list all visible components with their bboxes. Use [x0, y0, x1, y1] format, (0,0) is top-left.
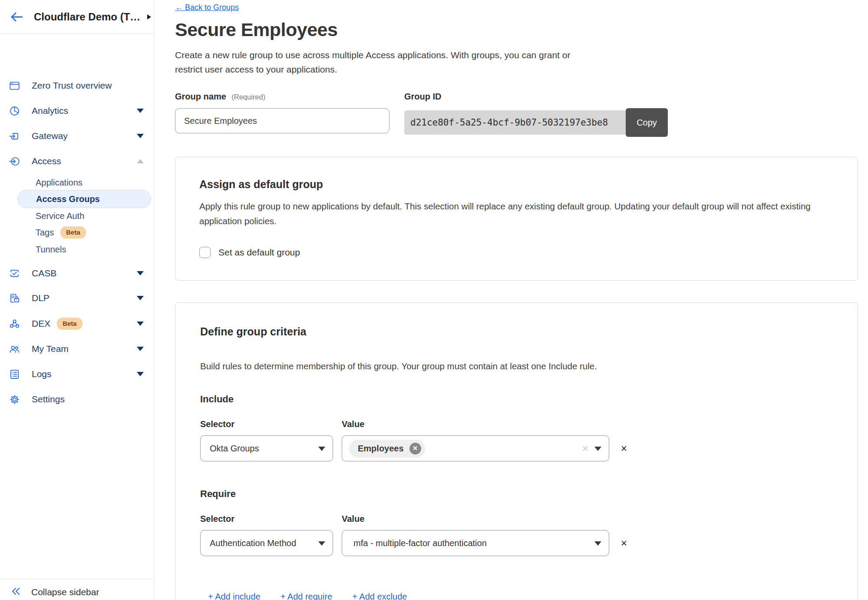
require-heading: Require — [200, 488, 833, 500]
back-arrow-icon[interactable] — [9, 11, 23, 23]
dropdown-caret-icon — [594, 447, 601, 451]
sidebar-item-dex[interactable]: DEX Beta — [0, 314, 154, 333]
sidebar-item-zero-trust-overview[interactable]: Zero Trust overview — [0, 76, 154, 95]
chevron-down-icon[interactable] — [137, 109, 144, 113]
required-label: (Required) — [231, 93, 265, 101]
group-name-input[interactable] — [175, 108, 389, 133]
default-card-title: Assign as default group — [199, 178, 834, 191]
dex-cluster-icon — [9, 318, 20, 330]
team-people-icon — [9, 343, 20, 355]
sidebar-item-label: DLP — [32, 293, 50, 303]
sidebar-item-settings[interactable]: Settings — [0, 390, 154, 409]
require-selector-dropdown[interactable]: Authentication Method — [200, 530, 333, 556]
chevron-down-icon[interactable] — [137, 296, 144, 300]
include-value-multiselect[interactable]: Employees ✕ ✕ — [342, 435, 609, 461]
group-id-label: Group ID — [404, 92, 442, 101]
sidebar-item-tunnels[interactable]: Tunnels — [17, 240, 151, 259]
default-card-description: Apply this rule group to new application… — [199, 199, 834, 229]
sidebar-item-label: My Team — [32, 344, 69, 354]
criteria-card: Define group criteria Build rules to det… — [175, 302, 858, 600]
sidebar-nav: Zero Trust overview Analytics Gateway Ac… — [0, 34, 154, 579]
beta-badge: Beta — [57, 318, 83, 330]
chip-remove-icon[interactable]: ✕ — [409, 443, 421, 454]
value-chip: Employees ✕ — [349, 440, 425, 457]
logs-list-icon — [9, 368, 20, 380]
copy-button[interactable]: Copy — [626, 108, 668, 137]
collapse-sidebar-label: Collapse sidebar — [31, 587, 99, 597]
include-selector-label: Selector — [200, 419, 333, 429]
back-to-groups-link[interactable]: ← Back to Groups — [175, 3, 239, 12]
account-header: Cloudflare Demo (T… — [0, 0, 154, 34]
gear-icon — [9, 394, 20, 405]
sidebar-item-gateway[interactable]: Gateway — [0, 126, 154, 146]
sidebar-item-label: Gateway — [32, 131, 68, 141]
main-content: ← Back to Groups Secure Employees Create… — [154, 0, 868, 600]
add-require-link[interactable]: + Add require — [281, 592, 333, 600]
sidebar-item-label: CASB — [32, 268, 56, 278]
criteria-card-description: Build rules to determine membership of t… — [200, 359, 833, 374]
include-rule-row: Okta Groups Employees ✕ ✕ ✕ — [200, 435, 833, 461]
default-group-checkbox-label: Set as default group — [218, 247, 300, 258]
chevron-down-icon[interactable] — [137, 134, 144, 138]
sidebar-item-service-auth[interactable]: Service Auth — [17, 207, 151, 225]
add-rule-links: + Add include + Add require + Add exclud… — [208, 592, 833, 600]
analytics-pie-icon — [9, 105, 20, 117]
beta-badge: Beta — [60, 226, 86, 239]
chevron-up-icon[interactable] — [137, 159, 144, 163]
group-id-value: d21ce80f-5a25-4bcf-9b07-5032197e3be8 — [404, 110, 627, 135]
casb-icon — [9, 268, 20, 279]
default-group-card: Assign as default group Apply this rule … — [175, 157, 858, 281]
chevron-down-icon[interactable] — [137, 372, 144, 376]
page-title: Secure Employees — [175, 19, 858, 40]
sidebar-item-analytics[interactable]: Analytics — [0, 101, 154, 120]
dropdown-caret-icon — [594, 541, 601, 546]
group-form-row: Group name (Required) Group ID d21ce80f-… — [175, 92, 858, 137]
dropdown-caret-icon — [318, 447, 325, 451]
sidebar-item-label: Settings — [32, 394, 65, 404]
sidebar-item-my-team[interactable]: My Team — [0, 339, 154, 358]
chevron-right-icon[interactable] — [147, 14, 151, 20]
criteria-card-title: Define group criteria — [200, 325, 833, 338]
add-exclude-link[interactable]: + Add exclude — [352, 592, 407, 600]
remove-require-rule-icon[interactable]: ✕ — [620, 538, 627, 548]
group-name-label: Group name — [175, 92, 226, 101]
sidebar-item-dlp[interactable]: DLP — [0, 288, 154, 308]
clear-values-icon[interactable]: ✕ — [582, 444, 589, 454]
sidebar-item-logs[interactable]: Logs — [0, 365, 154, 384]
require-rule-row: Authentication Method mfa - multiple-fac… — [200, 530, 833, 556]
add-include-link[interactable]: + Add include — [208, 592, 261, 600]
collapse-sidebar-button[interactable]: Collapse sidebar — [0, 579, 154, 600]
default-group-checkbox[interactable] — [199, 247, 211, 258]
account-name: Cloudflare Demo (T… — [34, 11, 140, 23]
chevron-down-icon[interactable] — [137, 322, 144, 326]
chevron-down-icon[interactable] — [137, 271, 144, 275]
sidebar-item-label: Access — [32, 156, 61, 166]
dropdown-caret-icon — [318, 541, 325, 546]
include-selector-dropdown[interactable]: Okta Groups — [200, 435, 333, 461]
access-icon — [9, 156, 20, 167]
sidebar-item-access-groups[interactable]: Access Groups — [17, 190, 151, 208]
collapse-chevrons-icon — [10, 586, 21, 598]
require-value-label: Value — [342, 514, 609, 524]
sidebar-item-tags[interactable]: Tags Beta — [17, 223, 151, 242]
require-selector-label: Selector — [200, 514, 333, 524]
sidebar-item-access[interactable]: Access — [0, 152, 154, 171]
sidebar-item-label: Analytics — [32, 106, 68, 116]
page-description: Create a new rule group to use across mu… — [175, 48, 596, 76]
sidebar-item-label: DEX — [32, 318, 50, 329]
sidebar-item-label: Zero Trust overview — [32, 80, 112, 91]
gateway-icon — [9, 130, 20, 142]
include-value-label: Value — [342, 419, 609, 429]
sidebar-item-casb[interactable]: CASB — [0, 264, 154, 283]
sidebar-item-applications[interactable]: Applications — [17, 173, 151, 192]
set-default-group-row: Set as default group — [199, 247, 834, 258]
chevron-down-icon[interactable] — [137, 347, 144, 351]
sidebar-item-label: Logs — [32, 369, 52, 379]
require-value-dropdown[interactable]: mfa - multiple-factor authentication — [342, 530, 609, 556]
include-heading: Include — [200, 394, 833, 405]
remove-include-rule-icon[interactable]: ✕ — [620, 444, 627, 454]
dlp-document-lock-icon — [9, 292, 20, 304]
sidebar: Cloudflare Demo (T… Zero Trust overview … — [0, 0, 154, 600]
overview-icon — [9, 80, 20, 92]
